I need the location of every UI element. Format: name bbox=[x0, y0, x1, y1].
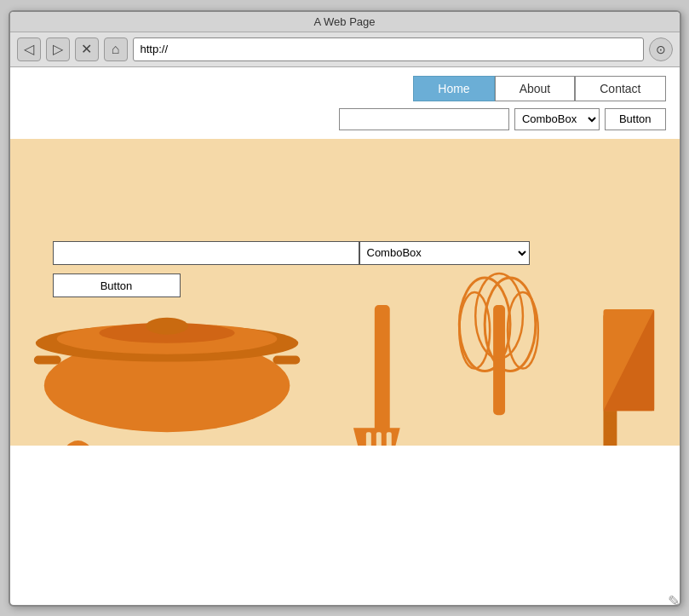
svg-point-4 bbox=[146, 317, 188, 334]
close-icon: ✕ bbox=[81, 41, 92, 57]
svg-rect-5 bbox=[33, 355, 60, 364]
nav-tabs: Home About Contact bbox=[413, 76, 665, 101]
hero-button[interactable]: Button bbox=[53, 273, 181, 297]
svg-rect-9 bbox=[365, 432, 370, 446]
home-button[interactable]: ⌂ bbox=[104, 37, 128, 61]
hero-area: ComboBox Button bbox=[10, 139, 680, 446]
top-nav: Home About Contact ComboBox Button bbox=[10, 67, 680, 139]
forward-icon: ▷ bbox=[53, 41, 63, 57]
back-icon: ◁ bbox=[24, 41, 34, 57]
close-button[interactable]: ✕ bbox=[75, 37, 99, 61]
svg-rect-10 bbox=[376, 432, 381, 446]
svg-rect-11 bbox=[386, 432, 391, 446]
title-bar: A Web Page bbox=[10, 12, 680, 32]
back-button[interactable]: ◁ bbox=[17, 37, 41, 61]
svg-point-25 bbox=[59, 440, 96, 446]
tab-home[interactable]: Home bbox=[413, 76, 494, 101]
svg-rect-7 bbox=[374, 304, 389, 445]
hero-combobox[interactable]: ComboBox bbox=[359, 241, 530, 265]
top-controls: ComboBox Button bbox=[339, 108, 666, 130]
top-button[interactable]: Button bbox=[605, 108, 666, 130]
top-section: Home About Contact ComboBox Button bbox=[10, 67, 680, 139]
home-icon: ⌂ bbox=[112, 42, 120, 57]
hero-text-input[interactable] bbox=[53, 241, 359, 265]
svg-rect-6 bbox=[273, 355, 300, 364]
search-button[interactable]: ⊙ bbox=[649, 37, 673, 61]
hero-controls: ComboBox Button bbox=[53, 241, 530, 297]
top-combobox[interactable]: ComboBox bbox=[514, 108, 600, 130]
nav-bar: ◁ ▷ ✕ ⌂ ⊙ bbox=[10, 32, 680, 67]
browser-window: A Web Page ◁ ▷ ✕ ⌂ ⊙ Ho bbox=[9, 10, 681, 607]
page-title: A Web Page bbox=[313, 15, 375, 28]
tab-about[interactable]: About bbox=[495, 76, 576, 101]
hero-input-row: ComboBox bbox=[53, 241, 530, 265]
bottom-area: ✎ bbox=[10, 446, 680, 582]
forward-button[interactable]: ▷ bbox=[46, 37, 70, 61]
edit-watermark: ✎ bbox=[668, 592, 680, 607]
address-bar[interactable] bbox=[133, 37, 644, 61]
svg-point-21 bbox=[606, 415, 614, 423]
search-icon: ⊙ bbox=[656, 43, 666, 56]
page-content: Home About Contact ComboBox Button bbox=[10, 67, 680, 582]
tab-contact[interactable]: Contact bbox=[575, 76, 665, 101]
svg-point-22 bbox=[606, 428, 614, 436]
top-text-input[interactable] bbox=[339, 108, 509, 130]
